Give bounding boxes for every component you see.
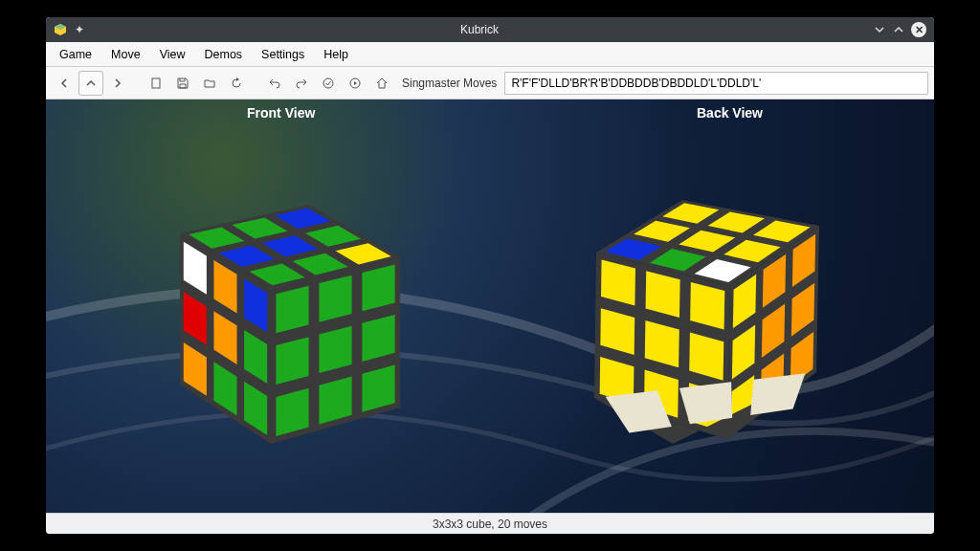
close-icon[interactable]: ✕ [911, 22, 926, 37]
window-title: Kubrick [86, 23, 873, 36]
nav-up-button[interactable] [78, 71, 103, 96]
save-button[interactable] [170, 71, 195, 96]
menu-help[interactable]: Help [314, 44, 358, 65]
cube-back[interactable] [563, 157, 850, 463]
open-button[interactable] [197, 71, 222, 96]
app-icon [54, 23, 67, 36]
minimize-icon[interactable] [873, 23, 886, 36]
play-button[interactable] [343, 71, 368, 96]
menubar: Game Move View Demos Settings Help [46, 42, 934, 67]
menu-move[interactable]: Move [101, 44, 150, 65]
solve-button[interactable] [316, 71, 341, 96]
menu-game[interactable]: Game [50, 44, 101, 65]
back-view-label: Back View [697, 105, 763, 121]
undo-button[interactable] [262, 71, 287, 96]
redo-button[interactable] [289, 71, 314, 96]
menu-demos[interactable]: Demos [195, 44, 253, 65]
pin-icon[interactable]: ✦ [73, 23, 86, 36]
menu-settings[interactable]: Settings [252, 44, 314, 65]
app-window: ✦ Kubrick ✕ Game Move View Demos Setting… [46, 17, 934, 534]
home-button[interactable] [369, 71, 394, 96]
menu-view[interactable]: View [150, 44, 195, 65]
restart-button[interactable] [224, 71, 249, 96]
maximize-icon[interactable] [892, 23, 905, 36]
status-text: 3x3x3 cube, 20 moves [433, 518, 547, 531]
singmaster-input[interactable] [504, 72, 928, 95]
statusbar: 3x3x3 cube, 20 moves [46, 513, 934, 534]
front-view-label: Front View [247, 105, 315, 121]
singmaster-label: Singmaster Moves [396, 77, 502, 90]
cube-front[interactable] [122, 157, 410, 463]
toolbar: Singmaster Moves [46, 67, 934, 99]
nav-forward-button[interactable] [105, 71, 130, 96]
nav-back-button[interactable] [52, 71, 77, 96]
game-view[interactable]: Front View Back View [46, 99, 934, 513]
svg-rect-2 [152, 78, 160, 88]
svg-marker-68 [750, 373, 805, 415]
new-button[interactable] [144, 71, 168, 96]
svg-point-3 [323, 78, 333, 88]
titlebar: ✦ Kubrick ✕ [46, 17, 934, 42]
